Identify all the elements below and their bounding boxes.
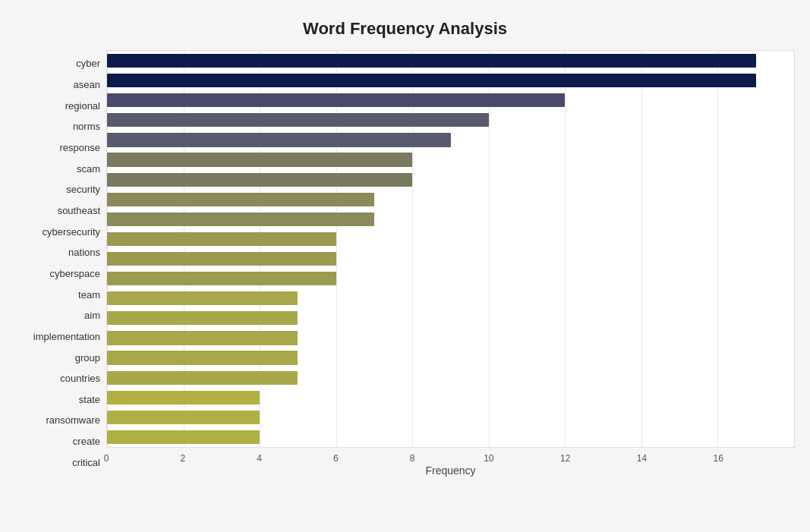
- bar-row: [107, 193, 794, 206]
- bar: [107, 212, 374, 226]
- y-axis-label: team: [15, 284, 100, 305]
- bar-row: [107, 291, 794, 305]
- grid-line: [641, 51, 642, 447]
- bar-row: [107, 133, 794, 146]
- bar-row: [107, 93, 794, 107]
- bar-row: [107, 252, 794, 266]
- bar-row: [107, 173, 794, 187]
- bars-and-x: Frequency 0246810121416: [106, 50, 795, 476]
- chart-area: cyberaseanregionalnormsresponsescamsecur…: [15, 50, 795, 476]
- y-axis-label: cyberspace: [15, 263, 100, 285]
- bar: [107, 232, 336, 246]
- bar: [107, 252, 336, 266]
- y-axis-label: aim: [15, 305, 100, 326]
- bar-row: [107, 391, 794, 405]
- y-axis-label: security: [15, 179, 100, 200]
- y-axis-label: group: [15, 347, 100, 368]
- bar: [107, 331, 298, 345]
- grid-line: [565, 51, 566, 447]
- y-axis-label: countries: [15, 368, 100, 389]
- chart-container: Word Frequency Analysis cyberaseanregion…: [0, 0, 810, 532]
- grid-line: [412, 51, 413, 447]
- grid-line: [336, 51, 337, 447]
- bar-row: [107, 311, 794, 325]
- y-axis-label: nations: [15, 242, 100, 263]
- bar-row: [107, 232, 794, 246]
- grid-line: [107, 51, 108, 447]
- x-tick: 12: [560, 453, 570, 464]
- bar: [107, 173, 412, 187]
- bar: [107, 371, 298, 385]
- x-tick: 10: [484, 453, 493, 464]
- bar: [107, 74, 756, 87]
- grid-line: [717, 51, 718, 447]
- y-axis-label: cyber: [15, 53, 100, 74]
- bar: [107, 133, 451, 146]
- bar-row: [107, 371, 794, 385]
- grid-line: [184, 51, 184, 447]
- y-axis-label: create: [15, 431, 100, 452]
- y-axis-label: ransomware: [15, 410, 100, 431]
- y-axis-label: scam: [15, 158, 100, 179]
- bar: [107, 291, 298, 305]
- x-tick: 4: [257, 453, 262, 464]
- bar: [107, 351, 298, 364]
- bar: [107, 93, 565, 107]
- bar-row: [107, 54, 794, 68]
- x-axis-label: Frequency: [106, 464, 795, 477]
- x-tick: 16: [714, 453, 723, 464]
- y-axis-label: response: [15, 137, 100, 159]
- y-axis: cyberaseanregionalnormsresponsescamsecur…: [15, 50, 106, 476]
- bar: [107, 193, 374, 206]
- bar: [107, 272, 336, 285]
- x-axis: Frequency 0246810121416: [106, 449, 795, 476]
- bar: [107, 113, 489, 127]
- chart-title: Word Frequency Analysis: [15, 15, 795, 39]
- x-tick: 0: [104, 453, 109, 464]
- x-tick: 2: [180, 453, 185, 464]
- bar-row: [107, 272, 794, 285]
- y-axis-label: regional: [15, 95, 100, 116]
- bar-row: [107, 74, 794, 87]
- bar-row: [107, 331, 794, 345]
- bar-row: [107, 212, 794, 226]
- bar: [107, 153, 412, 166]
- x-tick: 14: [637, 453, 647, 464]
- bar-row: [107, 113, 794, 127]
- grid-line: [260, 51, 260, 447]
- y-axis-label: state: [15, 389, 100, 411]
- bar-row: [107, 351, 794, 364]
- y-axis-label: norms: [15, 116, 100, 137]
- y-axis-label: southeast: [15, 200, 100, 222]
- bar-row: [107, 153, 794, 166]
- bar-row: [107, 411, 794, 424]
- y-axis-label: critical: [15, 452, 100, 473]
- bar: [107, 311, 298, 325]
- y-axis-label: asean: [15, 74, 100, 96]
- grid-line: [489, 51, 490, 447]
- bars-area: [106, 50, 795, 448]
- bar: [107, 411, 260, 424]
- bar-row: [107, 430, 794, 444]
- y-axis-label: implementation: [15, 326, 100, 348]
- y-axis-label: cybersecurity: [15, 221, 100, 242]
- bar: [107, 391, 260, 405]
- bar: [107, 430, 260, 444]
- x-tick: 6: [333, 453, 339, 464]
- bar: [107, 54, 756, 68]
- x-tick: 8: [410, 453, 415, 464]
